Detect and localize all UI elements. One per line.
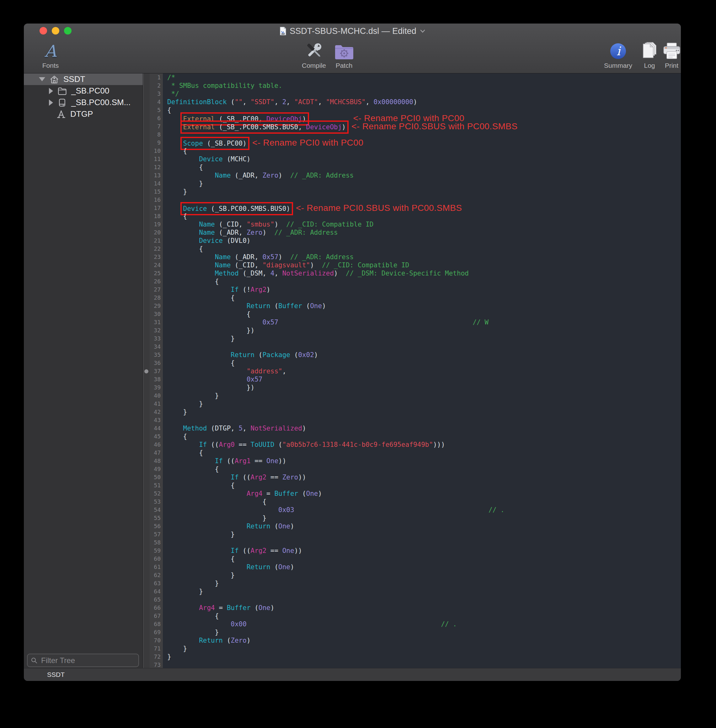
line-number: 15	[150, 188, 163, 196]
patch-button[interactable]: Patch	[331, 39, 357, 69]
fonts-button[interactable]: A Fonts	[33, 39, 68, 69]
compile-label: Compile	[302, 62, 326, 69]
line-number: 43	[150, 416, 163, 424]
line-number: 14	[150, 179, 163, 188]
code-line: 18 {	[150, 212, 681, 220]
code-line: 60 {	[150, 555, 681, 563]
fonts-a-icon: A	[44, 40, 56, 60]
line-number: 70	[150, 636, 163, 645]
line-number: 54	[150, 506, 163, 514]
code-line: 73	[150, 661, 681, 668]
compile-button[interactable]: Compile	[294, 39, 334, 69]
folder-icon	[58, 86, 67, 96]
code-line: 45 {	[150, 432, 681, 441]
line-number: 66	[150, 604, 163, 612]
line-number: 8	[150, 130, 163, 139]
code-line: 65	[150, 596, 681, 604]
code-line: 3 */	[150, 90, 681, 98]
code-line: 59 If ((Arg2 == One))	[150, 547, 681, 555]
code-line: 13 Name (_ADR, Zero) // _ADR: Address	[150, 171, 681, 179]
line-number: 57	[150, 530, 163, 538]
summary-button[interactable]: i Summary	[599, 39, 637, 69]
tree-item-label: SSDT	[64, 74, 85, 84]
line-number: 38	[150, 375, 163, 384]
line-number: 29	[150, 302, 163, 310]
code-line: 67 {	[150, 612, 681, 620]
line-number: 25	[150, 269, 163, 278]
line-number: 71	[150, 645, 163, 653]
code-line: 63 }	[150, 579, 681, 587]
code-line: 66 Arg4 = Buffer (One)	[150, 604, 681, 612]
code-line: 1/*	[150, 73, 681, 82]
disclosure-expanded-icon[interactable]	[39, 77, 45, 81]
line-number: 26	[150, 278, 163, 285]
line-number: 9	[150, 139, 163, 147]
line-number: 67	[150, 612, 163, 620]
line-number: 3	[150, 90, 163, 98]
line-number: 11	[150, 155, 163, 163]
editor-gutter-strip	[143, 73, 150, 668]
line-number: 10	[150, 147, 163, 155]
filter-tree-input[interactable]	[41, 656, 135, 665]
line-number: 1	[150, 73, 163, 82]
fonts-label: Fonts	[42, 62, 59, 69]
tree-item-sb-pc00-sm[interactable]: _SB.PC00.SM...	[24, 97, 143, 108]
line-number: 64	[150, 587, 163, 596]
line-number: 12	[150, 163, 163, 171]
line-number: 36	[150, 359, 163, 367]
code-line: 42 }	[150, 408, 681, 416]
code-editor[interactable]: 1/*2 * SMBus compatibility table.3 */4De…	[143, 73, 681, 668]
tree-item-label: _SB.PC00.SM...	[71, 98, 130, 107]
line-number: 13	[150, 171, 163, 179]
line-number: 32	[150, 326, 163, 335]
rename-annotation: <- Rename PCI0.SBUS with PC00.SMBS	[351, 121, 517, 131]
log-label: Log	[644, 62, 655, 69]
code-line: 23 Name (_ADR, 0x57) // _ADR: Address	[150, 253, 681, 261]
line-number: 69	[150, 628, 163, 636]
line-number: 73	[150, 661, 163, 668]
disclosure-collapsed-icon[interactable]	[49, 88, 53, 94]
code-line: 34	[150, 343, 681, 351]
disclosure-collapsed-icon[interactable]	[49, 100, 53, 106]
code-line: 25 Method (_DSM, 4, NotSerialized) // _D…	[150, 269, 681, 278]
window-title: SSDT-SBUS-MCHC.dsl — Edited	[290, 26, 416, 36]
print-button[interactable]: Print	[658, 39, 681, 69]
code-line: 58	[150, 538, 681, 547]
line-number: 6	[150, 114, 163, 122]
compile-tools-icon	[304, 40, 324, 60]
code-line: 71 }	[150, 645, 681, 653]
line-number: 63	[150, 579, 163, 587]
rename-highlight-box: Device (_SB.PC00.SMBS.BUS0)	[183, 205, 290, 212]
sidebar: SSDT _SB.PC00	[24, 73, 143, 668]
code-line: 43	[150, 416, 681, 424]
tree-item-dtgp[interactable]: DTGP	[24, 108, 143, 120]
code-lines[interactable]: 1/*2 * SMBus compatibility table.3 */4De…	[150, 73, 681, 668]
line-number: 49	[150, 465, 163, 473]
filter-tree-field[interactable]	[27, 654, 139, 667]
code-line: 46 If ((Arg0 == ToUUID ("a0b5b7c6-1318-4…	[150, 441, 681, 449]
tree-item-label: _SB.PC00	[71, 86, 109, 96]
line-number: 28	[150, 294, 163, 302]
code-line: 20 Name (_ADR, Zero) // _ADR: Address	[150, 229, 681, 237]
line-number: 61	[150, 563, 163, 571]
content-area: SSDT _SB.PC00	[24, 73, 681, 668]
code-line: 50 If ((Arg2 == Zero))	[150, 473, 681, 481]
code-line: 52 Arg4 = Buffer (One)	[150, 490, 681, 497]
code-line: 47 {	[150, 449, 681, 457]
patch-folder-icon	[334, 40, 354, 60]
line-number: 33	[150, 335, 163, 343]
line-marker-dot	[144, 369, 149, 373]
code-line: 48 If ((Arg1 == One))	[150, 457, 681, 465]
tree-item-ssdt[interactable]: SSDT	[24, 73, 143, 85]
line-number: 68	[150, 620, 163, 628]
code-line: 12 {	[150, 163, 681, 171]
code-line: 31 0x57 // W	[150, 318, 681, 326]
line-number: 42	[150, 408, 163, 416]
code-line: 38 0x57	[150, 375, 681, 384]
status-text: SSDT	[47, 671, 65, 678]
code-line: 53 {	[150, 497, 681, 506]
tree-item-sb-pc00[interactable]: _SB.PC00	[24, 85, 143, 97]
title-chevron-down-icon[interactable]	[420, 29, 425, 33]
code-line: 10 {	[150, 147, 681, 155]
line-number: 37	[150, 367, 163, 375]
